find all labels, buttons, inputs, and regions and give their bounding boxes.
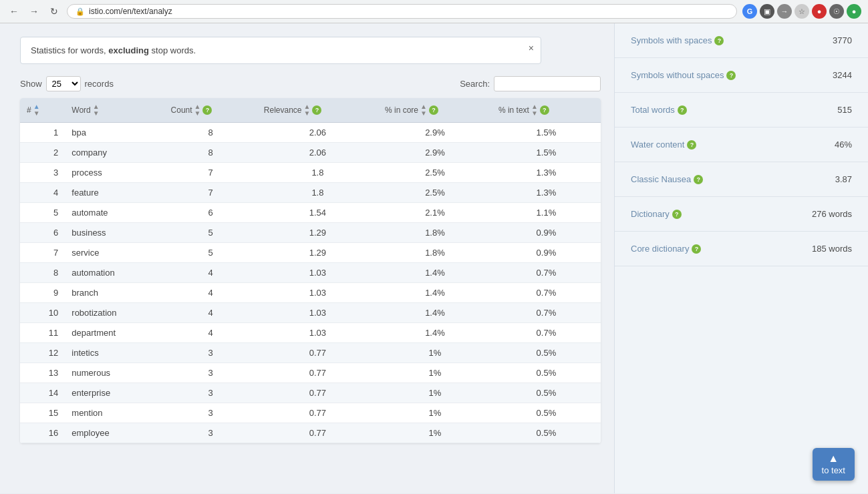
cell-pct-core: 2.9% xyxy=(378,143,492,163)
table-row: 7 service 5 1.29 1.8% 0.9% xyxy=(20,243,601,263)
cell-count: 4 xyxy=(164,283,257,303)
pct-text-sort-arrows: ▲▼ xyxy=(531,103,538,117)
stat-value-classic_nausea: 3.87 xyxy=(835,174,852,184)
cell-num: 15 xyxy=(20,403,65,423)
help-icon-symbols_with_spaces[interactable]: ? xyxy=(714,36,724,45)
help-icon-water_content[interactable]: ? xyxy=(687,140,696,150)
stats-container: Symbols with spaces ? 3770 Symbols witho… xyxy=(615,23,868,266)
stat-value-total_words: 515 xyxy=(837,105,852,115)
cell-relevance: 1.8 xyxy=(257,183,378,203)
cell-pct-core: 1% xyxy=(378,403,492,423)
count-sort-arrows: ▲▼ xyxy=(194,103,201,117)
notice-close-button[interactable]: × xyxy=(529,43,534,53)
share-ext-icon[interactable]: → xyxy=(777,4,792,19)
cell-relevance: 0.77 xyxy=(257,423,378,443)
table-row: 14 enterprise 3 0.77 1% 0.5% xyxy=(20,383,601,403)
cell-pct-text: 0.5% xyxy=(492,343,601,363)
cell-pct-text: 0.7% xyxy=(492,323,601,343)
table-header: # ▲▼ Word ▲▼ xyxy=(20,98,601,123)
stat-label-dictionary: Dictionary ? xyxy=(631,209,682,219)
stat-label-symbols_with_spaces: Symbols with spaces ? xyxy=(631,35,724,45)
shield-ext-icon[interactable]: ☉ xyxy=(829,4,844,19)
cell-pct-text: 1.5% xyxy=(492,123,601,143)
pct-text-help-icon[interactable]: ? xyxy=(540,105,549,115)
cell-num: 8 xyxy=(20,263,65,283)
cell-num: 3 xyxy=(20,163,65,183)
cell-num: 13 xyxy=(20,363,65,383)
to-text-button[interactable]: ▲ to text xyxy=(813,448,855,481)
cell-relevance: 0.77 xyxy=(257,383,378,403)
reload-button[interactable]: ↻ xyxy=(47,4,61,19)
help-icon-classic_nausea[interactable]: ? xyxy=(694,175,703,184)
star-icon[interactable]: ☆ xyxy=(794,4,809,19)
cell-word: automation xyxy=(65,263,164,283)
help-icon-symbols_without_spaces[interactable]: ? xyxy=(726,71,736,80)
col-pct-core[interactable]: % in core ▲▼ ? xyxy=(378,98,492,123)
stat-row-symbols_without_spaces: Symbols without spaces ? 3244 xyxy=(615,58,868,93)
cell-word: automate xyxy=(65,203,164,223)
table-row: 3 process 7 1.8 2.5% 1.3% xyxy=(20,163,601,183)
left-panel: Statistics for words, excluding stop wor… xyxy=(0,23,614,493)
cell-num: 4 xyxy=(20,183,65,203)
stat-row-symbols_with_spaces: Symbols with spaces ? 3770 xyxy=(615,23,868,58)
cell-pct-text: 0.9% xyxy=(492,223,601,243)
cell-num: 9 xyxy=(20,283,65,303)
help-icon-total_words[interactable]: ? xyxy=(678,105,687,115)
cell-pct-core: 1.4% xyxy=(378,323,492,343)
search-input[interactable] xyxy=(494,76,601,91)
cell-num: 1 xyxy=(20,123,65,143)
camera-ext-icon[interactable]: ▣ xyxy=(760,4,774,19)
help-icon-core_dictionary[interactable]: ? xyxy=(692,244,701,254)
col-word[interactable]: Word ▲▼ xyxy=(65,98,164,123)
cell-num: 5 xyxy=(20,203,65,223)
cell-num: 11 xyxy=(20,323,65,343)
notice-text-before: Statistics for words, xyxy=(31,45,108,55)
table-row: 11 department 4 1.03 1.4% 0.7% xyxy=(20,323,601,343)
cell-pct-core: 1% xyxy=(378,423,492,443)
cell-num: 16 xyxy=(20,423,65,443)
relevance-help-icon[interactable]: ? xyxy=(312,105,321,115)
cell-word: mention xyxy=(65,403,164,423)
browser-extensions: G ▣ → ☆ ● ☉ ● xyxy=(742,4,861,19)
forward-button[interactable]: → xyxy=(27,4,41,19)
adblock-ext-icon[interactable]: ● xyxy=(812,4,827,19)
stat-row-dictionary: Dictionary ? 276 words xyxy=(615,197,868,232)
table-row: 6 business 5 1.29 1.8% 0.9% xyxy=(20,223,601,243)
cell-pct-text: 0.7% xyxy=(492,283,601,303)
cell-num: 10 xyxy=(20,303,65,323)
num-sort-arrows: ▲▼ xyxy=(33,103,40,117)
address-bar[interactable]: 🔒 istio.com/en/text/analyz xyxy=(67,4,737,19)
col-count[interactable]: Count ▲▼ ? xyxy=(164,98,257,123)
help-icon-dictionary[interactable]: ? xyxy=(672,210,682,219)
cell-count: 3 xyxy=(164,383,257,403)
green-ext-icon[interactable]: ● xyxy=(847,4,861,19)
controls-row: Show 10 25 50 100 records Search: xyxy=(20,76,601,91)
cell-relevance: 1.03 xyxy=(257,283,378,303)
count-help-icon[interactable]: ? xyxy=(202,105,212,115)
cell-relevance: 1.29 xyxy=(257,243,378,263)
google-ext-icon[interactable]: G xyxy=(742,4,757,19)
search-label: Search: xyxy=(460,79,490,89)
col-num[interactable]: # ▲▼ xyxy=(20,98,65,123)
cell-pct-text: 0.7% xyxy=(492,263,601,283)
cell-pct-text: 1.3% xyxy=(492,163,601,183)
col-pct-text[interactable]: % in text ▲▼ ? xyxy=(492,98,601,123)
table-row: 5 automate 6 1.54 2.1% 1.1% xyxy=(20,203,601,223)
notice-bold: excluding xyxy=(108,45,149,55)
cell-num: 12 xyxy=(20,343,65,363)
cell-pct-core: 2.5% xyxy=(378,163,492,183)
cell-count: 8 xyxy=(164,123,257,143)
stat-label-core_dictionary: Core dictionary ? xyxy=(631,244,701,254)
records-per-page-select[interactable]: 10 25 50 100 xyxy=(46,76,81,91)
table-row: 10 robotization 4 1.03 1.4% 0.7% xyxy=(20,303,601,323)
pct-core-help-icon[interactable]: ? xyxy=(429,105,438,115)
stat-value-dictionary: 276 words xyxy=(812,209,852,219)
cell-pct-core: 2.5% xyxy=(378,183,492,203)
cell-pct-text: 1.5% xyxy=(492,143,601,163)
table-row: 9 branch 4 1.03 1.4% 0.7% xyxy=(20,283,601,303)
cell-relevance: 0.77 xyxy=(257,363,378,383)
stat-label-symbols_without_spaces: Symbols without spaces ? xyxy=(631,70,736,80)
col-relevance[interactable]: Relevance ▲▼ ? xyxy=(257,98,378,123)
back-button[interactable]: ← xyxy=(7,4,21,19)
cell-word: bpa xyxy=(65,123,164,143)
